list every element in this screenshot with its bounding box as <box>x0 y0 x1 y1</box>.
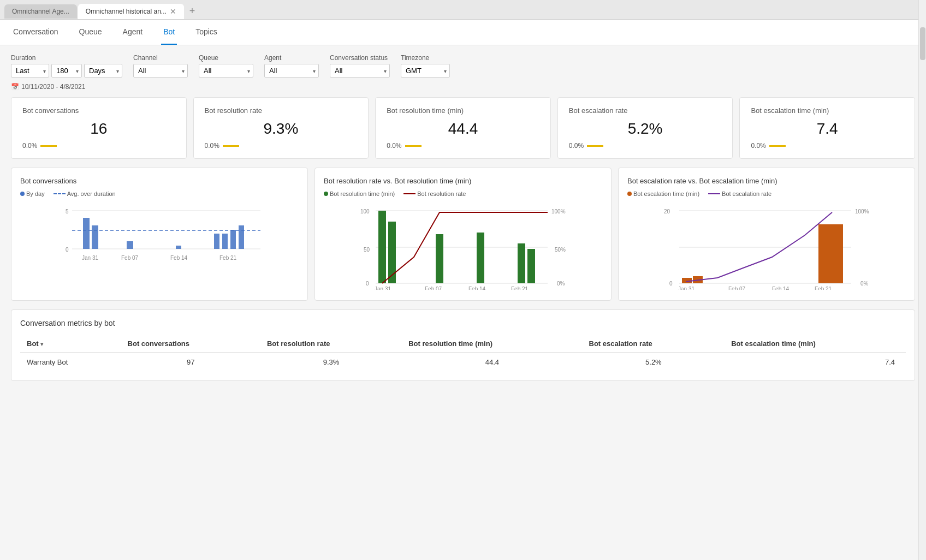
col-bot-conversations: Bot conversations <box>121 335 260 353</box>
channel-filter: Channel All <box>133 54 188 78</box>
svg-rect-27 <box>388 222 396 283</box>
svg-text:Feb 21: Feb 21 <box>511 286 529 290</box>
svg-rect-8 <box>176 246 181 249</box>
svg-text:Feb 21: Feb 21 <box>815 286 832 290</box>
svg-rect-29 <box>477 233 484 283</box>
trend-bar <box>40 145 57 147</box>
svg-rect-7 <box>127 241 133 249</box>
svg-rect-9 <box>214 234 219 249</box>
kpi-bot-resolution-rate: Bot resolution rate 9.3% 0.0% <box>193 97 369 159</box>
cell-escalation-time: 7.4 <box>725 353 906 372</box>
svg-rect-5 <box>83 218 90 249</box>
duration-prefix-select[interactable]: Last <box>11 64 49 78</box>
nav-queue[interactable]: Queue <box>77 20 104 45</box>
cell-resolution-time: 44.4 <box>402 353 582 372</box>
svg-text:Feb 07: Feb 07 <box>121 255 139 261</box>
queue-filter: Queue All <box>199 54 253 78</box>
svg-text:100: 100 <box>360 208 370 215</box>
svg-rect-12 <box>239 225 244 249</box>
svg-text:Feb 14: Feb 14 <box>170 255 188 261</box>
legend-resolution-rate: Bot resolution rate <box>403 190 466 197</box>
channel-select[interactable]: All <box>133 64 188 78</box>
legend-resolution-time: Bot resolution time (min) <box>324 190 395 197</box>
trend-bar <box>587 145 603 147</box>
trend-bar <box>223 145 239 147</box>
col-escalation-time: Bot escalation time (min) <box>725 335 906 353</box>
duration-period-select[interactable]: Days <box>84 64 122 78</box>
nav-topics[interactable]: Topics <box>193 20 219 45</box>
svg-rect-28 <box>436 234 443 283</box>
cell-bot-name: Warranty Bot <box>20 353 121 372</box>
chart-legend: Bot escalation time (min) Bot escalation… <box>627 190 906 197</box>
duration-value-select[interactable]: 180 <box>51 64 82 78</box>
svg-text:Feb 21: Feb 21 <box>219 255 237 261</box>
bot-conversations-chart: Bot conversations By day Avg. over durat… <box>11 168 308 301</box>
svg-text:100%: 100% <box>855 208 869 215</box>
add-tab-button[interactable]: + <box>185 3 200 19</box>
duration-filter: Duration Last 180 Days <box>11 54 122 78</box>
kpi-bot-resolution-time: Bot resolution time (min) 44.4 0.0% <box>375 97 551 159</box>
svg-text:5: 5 <box>66 208 69 215</box>
table-row: Warranty Bot 97 9.3% 44.4 5.2% 7.4 <box>20 353 906 372</box>
agent-select[interactable]: All <box>264 64 319 78</box>
close-icon[interactable]: ✕ <box>170 7 176 16</box>
sort-icon[interactable]: ▾ <box>40 341 43 347</box>
tab-omnichannel-historical[interactable]: Omnichannel historical an... ✕ <box>78 4 184 19</box>
queue-select[interactable]: All <box>199 64 253 78</box>
svg-text:Jan 31: Jan 31 <box>375 286 391 290</box>
svg-text:Jan 31: Jan 31 <box>678 286 694 290</box>
legend-by-day: By day <box>20 190 45 197</box>
cell-resolution-rate: 9.3% <box>260 353 402 372</box>
svg-text:0%: 0% <box>860 281 869 287</box>
scrollbar-track[interactable] <box>918 0 926 560</box>
metrics-table: Bot ▾ Bot conversations Bot resolution r… <box>20 335 906 372</box>
svg-text:Jan 31: Jan 31 <box>82 255 98 261</box>
chart-legend: By day Avg. over duration <box>20 190 299 197</box>
escalation-chart-svg: 20 0 100% 0% Jan 31 Feb 07 <box>627 202 906 290</box>
cell-conversations: 97 <box>121 353 260 372</box>
svg-rect-6 <box>92 225 98 249</box>
svg-text:Feb 07: Feb 07 <box>728 286 746 290</box>
col-bot: Bot ▾ <box>20 335 121 353</box>
svg-rect-30 <box>518 243 525 283</box>
svg-rect-11 <box>230 230 236 249</box>
bot-escalation-chart: Bot escalation rate vs. Bot escalation t… <box>618 168 915 301</box>
svg-text:Feb 14: Feb 14 <box>468 286 486 290</box>
calendar-icon: 📅 <box>11 83 19 91</box>
filter-bar: Duration Last 180 Days <box>11 54 915 78</box>
col-escalation-rate: Bot escalation rate <box>583 335 725 353</box>
conversation-status-filter: Conversation status All <box>330 54 390 78</box>
conversation-status-select[interactable]: All <box>330 64 390 78</box>
svg-text:0: 0 <box>66 247 69 253</box>
chart-row: Bot conversations By day Avg. over durat… <box>11 168 915 301</box>
conversation-status-label: Conversation status <box>330 54 390 62</box>
agent-filter: Agent All <box>264 54 319 78</box>
svg-text:50: 50 <box>364 247 370 253</box>
chart-legend: Bot resolution time (min) Bot resolution… <box>324 190 602 197</box>
legend-avg: Avg. over duration <box>54 190 116 197</box>
trend-bar <box>769 145 786 147</box>
scrollbar-thumb[interactable] <box>920 27 925 60</box>
nav-bot[interactable]: Bot <box>161 20 177 45</box>
kpi-bot-conversations: Bot conversations 16 0.0% <box>11 97 187 159</box>
kpi-row: Bot conversations 16 0.0% Bot resolution… <box>11 97 915 159</box>
svg-rect-10 <box>222 234 228 249</box>
nav-conversation[interactable]: Conversation <box>11 20 61 45</box>
duration-label: Duration <box>11 54 122 62</box>
svg-text:20: 20 <box>664 208 670 215</box>
bar-chart-svg: 5 0 Jan 31 <box>20 202 299 290</box>
metrics-table-section: Conversation metrics by bot Bot ▾ Bot co… <box>11 309 915 381</box>
svg-text:Feb 07: Feb 07 <box>425 286 442 290</box>
svg-text:0%: 0% <box>557 281 565 287</box>
svg-text:50%: 50% <box>555 247 566 253</box>
agent-label: Agent <box>264 54 319 62</box>
nav-agent[interactable]: Agent <box>121 20 145 45</box>
channel-label: Channel <box>133 54 188 62</box>
timezone-select[interactable]: GMT <box>401 64 450 78</box>
col-resolution-rate: Bot resolution rate <box>260 335 402 353</box>
svg-text:Feb 14: Feb 14 <box>772 286 790 290</box>
timezone-label: Timezone <box>401 54 450 62</box>
tab-omnichannel-agent[interactable]: Omnichannel Age... <box>4 4 77 19</box>
date-range: 📅 10/11/2020 - 4/8/2021 <box>11 83 915 91</box>
svg-rect-26 <box>378 211 386 283</box>
